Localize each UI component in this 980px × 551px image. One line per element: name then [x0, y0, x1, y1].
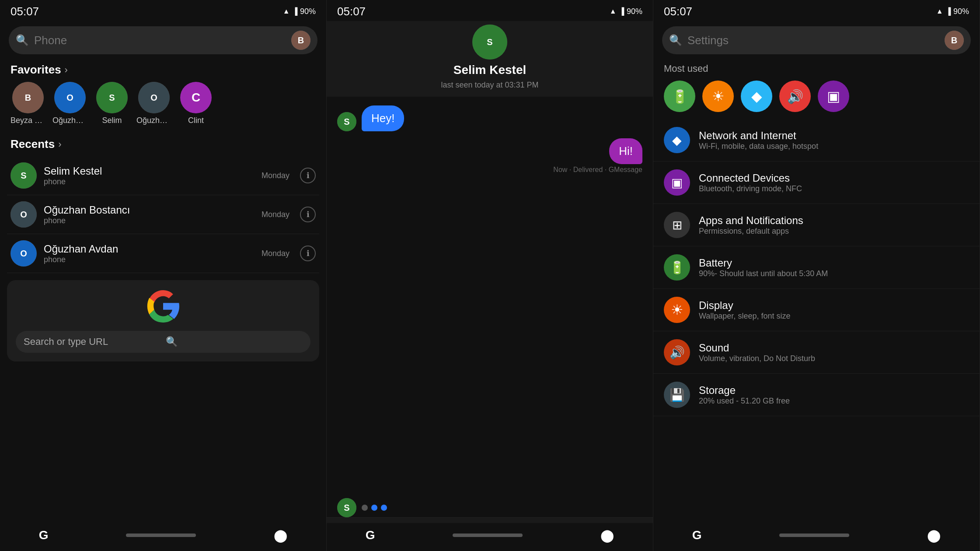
- settings-item-apps[interactable]: ⊞ Apps and Notifications Permissions, de…: [653, 204, 980, 246]
- recent-info-oguzhan-a: Oğuzhan Avdan phone: [44, 243, 255, 264]
- quick-tiles: 🔋 ☀ ◆ 🔊 ▣: [664, 81, 969, 112]
- wifi-icon-settings: ▲: [936, 7, 943, 15]
- recent-item-oguzhan-b[interactable]: O Oğuzhan Bostancı phone Monday ℹ: [7, 195, 319, 234]
- recent-info-oguzhan-b: Oğuzhan Bostancı phone: [44, 204, 255, 225]
- message-sent-container: Hi! Now · Delivered · GMessage: [337, 138, 642, 174]
- connected-icon: ▣: [664, 169, 690, 196]
- sound-title: Sound: [699, 342, 969, 354]
- bottom-nav-phone: G ⬤: [0, 523, 326, 551]
- fav-item-oguzhan-a[interactable]: O Oğuzhan A.: [52, 82, 87, 125]
- signal-icon-msg: ▐: [619, 7, 624, 15]
- fav-item-beyza[interactable]: B Beyza Usul: [10, 82, 45, 125]
- message-bubble-hi: Hi!: [609, 138, 642, 164]
- dot-1: [362, 505, 368, 511]
- url-placeholder: Search or type URL: [24, 336, 160, 347]
- favorites-title: Favorites: [10, 63, 61, 77]
- settings-search-bar[interactable]: 🔍 B: [662, 26, 971, 54]
- fav-avatar-oguzhan-a: O: [54, 82, 86, 113]
- quick-tile-wifi[interactable]: ◆: [741, 81, 772, 112]
- storage-icon: 💾: [664, 382, 690, 408]
- contact-avatar: S: [472, 25, 507, 60]
- network-title: Network and Internet: [699, 130, 969, 142]
- fav-name-oguzhan-b: Oğuzhan B.: [136, 116, 171, 125]
- storage-title: Storage: [699, 384, 969, 397]
- url-search-icon: 🔍: [166, 336, 303, 347]
- settings-item-connected[interactable]: ▣ Connected Devices Bluetooth, driving m…: [653, 161, 980, 204]
- phone-search-bar[interactable]: 🔍 B: [9, 26, 317, 54]
- fav-item-clint[interactable]: C Clint: [178, 82, 213, 125]
- status-bar-messages: 05:07 ▲ ▐ 90%: [327, 0, 653, 21]
- typing-indicator: S: [327, 498, 653, 517]
- recents-list: S Selim Kestel phone Monday ℹ O Oğuzhan …: [0, 156, 326, 273]
- mic-icon-phone[interactable]: ⬤: [274, 528, 287, 543]
- phone-panel: 05:07 ▲ ▐ 90% 🔍 B Favorites › B Beyza Us…: [0, 0, 327, 551]
- settings-item-display[interactable]: ☀ Display Wallpaper, sleep, font size: [653, 289, 980, 331]
- typing-avatar: S: [337, 498, 356, 517]
- sound-sub: Volume, vibration, Do Not Disturb: [699, 354, 969, 363]
- google-g-icon[interactable]: G: [39, 528, 49, 542]
- settings-item-sound[interactable]: 🔊 Sound Volume, vibration, Do Not Distur…: [653, 331, 980, 374]
- home-pill-phone: [126, 533, 196, 537]
- settings-panel: 05:07 ▲ ▐ 90% 🔍 B Most used 🔋 ☀ ◆ 🔊 ▣ ◆: [653, 0, 980, 551]
- quick-tile-connected[interactable]: ▣: [818, 81, 849, 112]
- message-contact-header: S Selim Kestel last seen today at 03:31 …: [327, 21, 653, 97]
- display-icon: ☀: [664, 297, 690, 323]
- favorites-header[interactable]: Favorites ›: [0, 60, 326, 82]
- battery-indicator-settings: 90%: [953, 7, 969, 16]
- info-button-oguzhan-a[interactable]: ℹ: [300, 246, 316, 261]
- wifi-icon: ▲: [283, 7, 290, 15]
- search-icon-settings: 🔍: [669, 34, 682, 46]
- contact-status: last seen today at 03:31 PM: [441, 81, 538, 90]
- phone-search-input[interactable]: [34, 34, 286, 47]
- google-g-icon-msg[interactable]: G: [366, 528, 375, 542]
- contact-name: Selim Kestel: [453, 63, 527, 77]
- status-icons-phone: ▲ ▐ 90%: [283, 7, 316, 16]
- settings-item-storage[interactable]: 💾 Storage 20% used - 51.20 GB free: [653, 374, 980, 416]
- settings-item-battery[interactable]: 🔋 Battery 90%- Should last until about 5…: [653, 246, 980, 289]
- fav-item-selim[interactable]: S Selim: [94, 82, 129, 125]
- apps-icon: ⊞: [664, 212, 690, 238]
- settings-text-network: Network and Internet Wi-Fi, mobile, data…: [699, 130, 969, 151]
- settings-item-network[interactable]: ◆ Network and Internet Wi-Fi, mobile, da…: [653, 119, 980, 161]
- bottom-nav-messages: G ⬤: [327, 523, 653, 551]
- google-g-icon-settings[interactable]: G: [692, 528, 702, 542]
- messages-area: S Hey! Hi! Now · Delivered · GMessage: [327, 97, 653, 498]
- recent-date-oguzhan-b: Monday: [262, 210, 289, 219]
- settings-text-display: Display Wallpaper, sleep, font size: [699, 299, 969, 321]
- network-icon: ◆: [664, 127, 690, 153]
- bottom-nav-settings: G ⬤: [653, 523, 980, 551]
- info-button-selim[interactable]: ℹ: [300, 168, 316, 183]
- fav-name-selim: Selim: [102, 116, 122, 125]
- settings-text-sound: Sound Volume, vibration, Do Not Disturb: [699, 342, 969, 363]
- quick-tile-display[interactable]: ☀: [702, 81, 734, 112]
- signal-icon-settings: ▐: [946, 7, 951, 15]
- search-icon-phone: 🔍: [16, 34, 29, 46]
- settings-search-input[interactable]: [687, 34, 939, 47]
- status-time-phone: 05:07: [10, 5, 39, 18]
- info-button-oguzhan-b[interactable]: ℹ: [300, 207, 316, 222]
- status-bar-settings: 05:07 ▲ ▐ 90%: [653, 0, 980, 21]
- battery-indicator-messages: 90%: [627, 7, 642, 16]
- fav-item-oguzhan-b[interactable]: O Oğuzhan B.: [136, 82, 171, 125]
- recent-name-selim: Selim Kestel: [44, 165, 255, 177]
- recents-header[interactable]: Recents ›: [0, 134, 326, 156]
- recent-item-oguzhan-a[interactable]: O Oğuzhan Avdan phone Monday ℹ: [7, 234, 319, 273]
- recent-sub-selim: phone: [44, 177, 255, 186]
- status-bar-phone: 05:07 ▲ ▐ 90%: [0, 0, 326, 21]
- recent-avatar-oguzhan-b: O: [10, 201, 37, 228]
- battery-title: Battery: [699, 257, 969, 269]
- settings-list: ◆ Network and Internet Wi-Fi, mobile, da…: [653, 119, 980, 551]
- connected-title: Connected Devices: [699, 172, 969, 184]
- battery-icon: 🔋: [664, 254, 690, 281]
- recent-item-selim[interactable]: S Selim Kestel phone Monday ℹ: [7, 156, 319, 195]
- mic-icon-settings[interactable]: ⬤: [927, 528, 941, 543]
- message-row-sent: Hi!: [609, 138, 642, 164]
- fav-avatar-selim: S: [96, 82, 128, 113]
- url-search-bar[interactable]: Search or type URL 🔍: [16, 331, 310, 353]
- quick-tile-sound[interactable]: 🔊: [779, 81, 811, 112]
- mic-icon-messages[interactable]: ⬤: [600, 528, 614, 543]
- recent-sub-oguzhan-a: phone: [44, 255, 255, 264]
- quick-tile-battery[interactable]: 🔋: [664, 81, 695, 112]
- recent-avatar-oguzhan-a: O: [10, 240, 37, 267]
- battery-sub: 90%- Should last until about 5:30 AM: [699, 269, 969, 278]
